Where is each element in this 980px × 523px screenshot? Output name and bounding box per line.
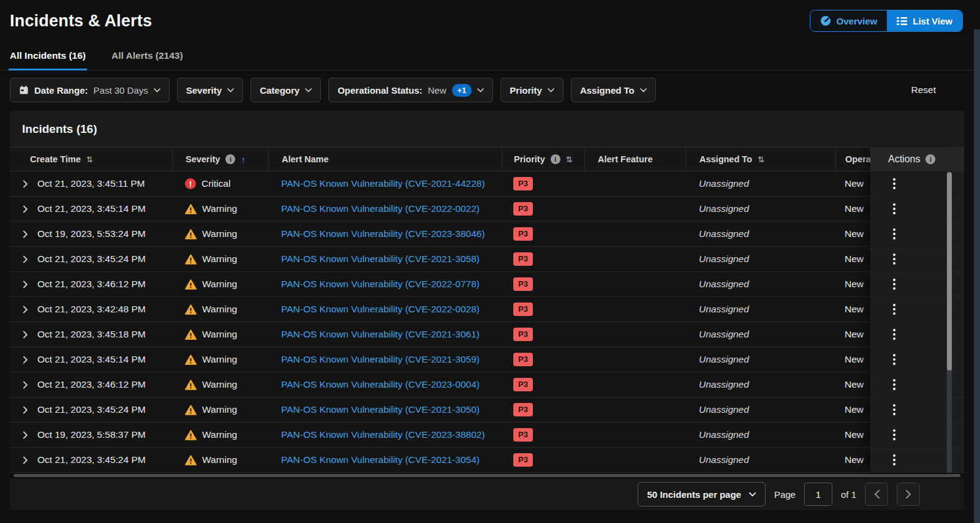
tab-all-alerts[interactable]: All Alerts (2143) [110, 44, 184, 70]
expand-row-icon[interactable] [22, 306, 29, 314]
alert-name-link[interactable]: PAN-OS Known Vulnerability (CVE-2022-002… [281, 304, 480, 315]
category-filter[interactable]: Category [251, 78, 321, 102]
expand-row-icon[interactable] [22, 230, 29, 238]
warning-icon [185, 254, 197, 265]
table-row[interactable]: Oct 21, 2023, 3:46:12 PM Warning PAN-OS … [10, 272, 964, 297]
table-row[interactable]: Oct 21, 2023, 3:45:18 PM Warning PAN-OS … [10, 322, 964, 347]
table-row[interactable]: Oct 19, 2023, 5:53:24 PM Warning PAN-OS … [10, 222, 964, 247]
info-icon[interactable] [225, 154, 235, 164]
kebab-menu-button[interactable] [890, 225, 899, 243]
kebab-menu-button[interactable] [890, 401, 899, 418]
alert-name-link[interactable]: PAN-OS Known Vulnerability (CVE-2022-002… [281, 203, 480, 214]
per-page-dropdown[interactable]: 50 Incidents per page [638, 482, 766, 506]
table-row[interactable]: Oct 21, 2023, 3:45:24 PM Warning PAN-OS … [10, 247, 964, 272]
expand-row-icon[interactable] [22, 456, 29, 464]
table-row[interactable]: Oct 21, 2023, 3:42:48 PM Warning PAN-OS … [10, 297, 964, 322]
info-icon[interactable] [925, 154, 935, 164]
table-row[interactable]: Oct 19, 2023, 5:58:37 PM Warning PAN-OS … [10, 423, 964, 448]
incidents-table: Create Time Severity ↑ Alert Name Priori… [10, 147, 964, 473]
alert-name-link[interactable]: PAN-OS Known Vulnerability (CVE-2021-305… [281, 254, 480, 265]
kebab-menu-button[interactable] [890, 250, 899, 268]
warning-icon [185, 379, 197, 391]
kebab-menu-button[interactable] [890, 426, 899, 443]
operational-status-value: New [428, 85, 447, 96]
create-time-value: Oct 21, 2023, 3:46:12 PM [37, 379, 146, 390]
table-row[interactable]: Oct 21, 2023, 3:46:12 PM Warning PAN-OS … [10, 372, 964, 397]
date-range-filter[interactable]: Date Range: Past 30 Days [10, 78, 170, 102]
assigned-to-filter-label: Assigned To [580, 85, 635, 96]
tab-all-incidents[interactable]: All Incidents (16) [9, 44, 87, 70]
next-page-button[interactable] [897, 483, 920, 506]
table-row[interactable]: Oct 21, 2023, 3:45:14 PM Warning PAN-OS … [10, 347, 964, 372]
expand-row-icon[interactable] [22, 406, 29, 414]
warning-icon [185, 304, 197, 315]
column-create-time[interactable]: Create Time [10, 148, 172, 171]
column-label: Create Time [30, 154, 81, 164]
horizontal-scrollbar[interactable] [10, 473, 964, 478]
page-number-input[interactable] [804, 483, 832, 506]
sort-icon[interactable] [86, 154, 93, 164]
column-severity[interactable]: Severity ↑ [172, 148, 268, 171]
column-alert-feature[interactable]: Alert Feature [584, 148, 685, 171]
alert-name-link[interactable]: PAN-OS Known Vulnerability (CVE-2021-305… [281, 454, 480, 465]
expand-row-icon[interactable] [22, 431, 29, 439]
expand-row-icon[interactable] [22, 381, 29, 389]
info-icon[interactable] [551, 154, 560, 164]
kebab-menu-button[interactable] [890, 451, 899, 468]
sort-icon[interactable] [758, 154, 764, 164]
kebab-menu-button[interactable] [890, 200, 899, 217]
alert-name-link[interactable]: PAN-OS Known Vulnerability (CVE-2021-305… [281, 404, 480, 415]
kebab-menu-button[interactable] [890, 301, 899, 318]
horizontal-scrollbar-thumb[interactable] [13, 474, 960, 477]
column-priority[interactable]: Priority [502, 148, 584, 171]
gauge-icon [820, 15, 831, 26]
page-scrollbar[interactable] [974, 29, 980, 523]
expand-row-icon[interactable] [22, 205, 29, 213]
expand-row-icon[interactable] [22, 255, 29, 263]
assigned-to-value: Unassigned [699, 404, 749, 415]
kebab-menu-button[interactable] [890, 175, 899, 192]
alert-name-link[interactable]: PAN-OS Known Vulnerability (CVE-2021-305… [281, 354, 480, 365]
create-time-value: Oct 21, 2023, 3:45:14 PM [37, 203, 146, 214]
list-view-button[interactable]: List View [887, 10, 962, 31]
alert-name-link[interactable]: PAN-OS Known Vulnerability (CVE-2022-077… [281, 279, 480, 290]
priority-filter[interactable]: Priority [500, 78, 564, 102]
sort-ascending-icon[interactable]: ↑ [241, 154, 246, 165]
previous-page-button[interactable] [865, 483, 888, 506]
pagination-bar: 50 Incidents per page Page of 1 [10, 478, 964, 510]
alert-name-link[interactable]: PAN-OS Known Vulnerability (CVE-2023-000… [281, 379, 480, 390]
expand-row-icon[interactable] [22, 331, 29, 339]
alert-name-link[interactable]: PAN-OS Known Vulnerability (CVE-2023-388… [281, 429, 485, 440]
column-assigned-to[interactable]: Assigned To [685, 148, 835, 171]
kebab-menu-button[interactable] [890, 276, 899, 293]
expand-row-icon[interactable] [22, 180, 29, 188]
column-alert-name[interactable]: Alert Name [268, 148, 502, 171]
kebab-menu-button[interactable] [890, 351, 899, 368]
severity-filter-label: Severity [186, 85, 222, 96]
kebab-menu-button[interactable] [890, 376, 899, 393]
operational-status-filter[interactable]: Operational Status: New +1 [328, 78, 493, 102]
overview-button[interactable]: Overview [810, 10, 888, 31]
table-row[interactable]: Oct 21, 2023, 3:45:24 PM Warning PAN-OS … [10, 397, 964, 423]
warning-icon [185, 404, 197, 416]
assigned-to-filter[interactable]: Assigned To [571, 78, 656, 102]
reset-filters-button[interactable]: Reset [911, 85, 937, 96]
kebab-menu-button[interactable] [890, 326, 899, 343]
sort-icon[interactable] [566, 154, 573, 164]
alert-name-link[interactable]: PAN-OS Known Vulnerability (CVE-2021-442… [281, 178, 485, 189]
operational-status-value: New [845, 404, 864, 415]
vertical-scrollbar-thumb[interactable] [947, 172, 952, 371]
priority-badge: P3 [513, 378, 533, 391]
vertical-scrollbar[interactable] [947, 172, 952, 473]
severity-value: Warning [202, 454, 237, 465]
severity-filter[interactable]: Severity [177, 78, 243, 102]
warning-icon [185, 429, 197, 441]
alert-name-link[interactable]: PAN-OS Known Vulnerability (CVE-2021-306… [281, 329, 480, 340]
alert-name-link[interactable]: PAN-OS Known Vulnerability (CVE-2023-380… [281, 228, 485, 239]
table-row[interactable]: Oct 21, 2023, 3:45:24 PM Warning PAN-OS … [10, 448, 964, 473]
table-row[interactable]: Oct 21, 2023, 3:45:11 PM Critical PAN-OS… [10, 171, 964, 197]
expand-row-icon[interactable] [22, 356, 29, 364]
create-time-value: Oct 21, 2023, 3:45:18 PM [37, 329, 146, 340]
expand-row-icon[interactable] [22, 280, 29, 288]
table-row[interactable]: Oct 21, 2023, 3:45:14 PM Warning PAN-OS … [10, 197, 964, 222]
